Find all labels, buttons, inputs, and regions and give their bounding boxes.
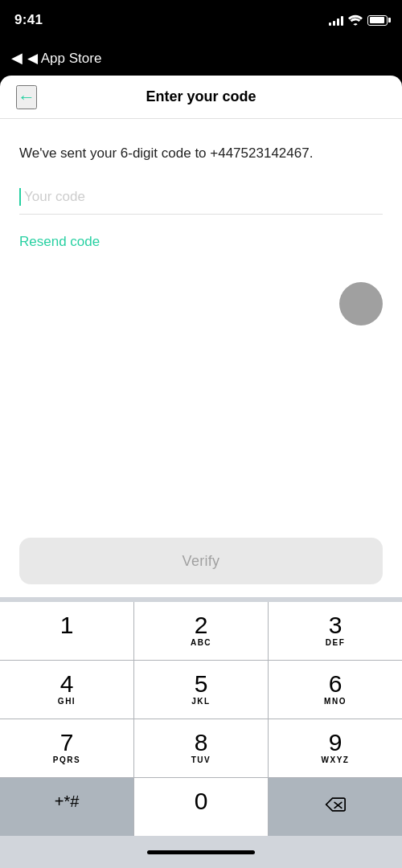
key-number: 9 xyxy=(329,731,343,755)
resend-code-link[interactable]: Resend code xyxy=(19,234,100,250)
key-delete[interactable] xyxy=(269,778,402,836)
description-text: We've sent your 6-digit code to +4475231… xyxy=(19,143,383,164)
key-number: +*# xyxy=(55,793,80,809)
biometric-button[interactable] xyxy=(339,282,383,326)
nav-header: ← Enter your code xyxy=(0,76,402,119)
key-number: 0 xyxy=(195,789,208,813)
key-number: 4 xyxy=(60,672,74,696)
key-number: 6 xyxy=(329,672,343,696)
home-indicator xyxy=(0,841,402,868)
key-letters: GHI xyxy=(58,697,76,707)
key-number: 1 xyxy=(60,613,74,637)
key-1[interactable]: 1 xyxy=(0,602,133,660)
key-0[interactable]: 0 xyxy=(134,778,268,836)
status-icons xyxy=(329,14,388,26)
key-letters: MNO xyxy=(324,697,347,707)
key-number: 3 xyxy=(329,613,343,637)
key-8[interactable]: 8 TUV xyxy=(134,719,268,777)
wifi-icon xyxy=(348,14,363,26)
app-store-bar: ◀ ◀ App Store xyxy=(0,40,402,76)
status-time: 9:41 xyxy=(14,12,43,28)
keypad-grid: 1 2 ABC 3 DEF 4 GHI 5 JKL 6 MNO xyxy=(0,602,402,836)
key-4[interactable]: 4 GHI xyxy=(0,661,133,719)
text-cursor xyxy=(19,188,21,206)
key-7[interactable]: 7 PQRS xyxy=(0,719,133,777)
key-number: 5 xyxy=(195,672,208,696)
key-letters: PQRS xyxy=(53,755,80,766)
code-input[interactable]: Your code xyxy=(24,189,383,205)
key-number: 7 xyxy=(60,731,74,755)
app-store-label[interactable]: ◀ App Store xyxy=(27,50,101,67)
verify-button[interactable]: Verify xyxy=(19,538,383,584)
numeric-keypad: 1 2 ABC 3 DEF 4 GHI 5 JKL 6 MNO xyxy=(0,597,402,841)
key-number: 8 xyxy=(195,731,208,755)
delete-icon xyxy=(325,796,346,817)
key-symbols[interactable]: +*# xyxy=(0,778,133,836)
status-bar: 9:41 xyxy=(0,0,402,40)
page-title: Enter your code xyxy=(146,88,256,105)
key-9[interactable]: 9 WXYZ xyxy=(269,719,402,777)
code-input-wrapper[interactable]: Your code xyxy=(19,188,383,215)
body-content: We've sent your 6-digit code to +4475231… xyxy=(0,119,402,538)
key-letters: ABC xyxy=(191,638,211,649)
key-letters: JKL xyxy=(191,697,210,707)
key-3[interactable]: 3 DEF xyxy=(269,602,402,660)
key-number: 2 xyxy=(195,613,208,637)
key-letters: WXYZ xyxy=(322,755,350,766)
key-6[interactable]: 6 MNO xyxy=(269,661,402,719)
key-5[interactable]: 5 JKL xyxy=(134,661,268,719)
main-content: ← Enter your code We've sent your 6-digi… xyxy=(0,76,402,868)
key-2[interactable]: 2 ABC xyxy=(134,602,268,660)
key-letters: DEF xyxy=(326,638,346,649)
app-store-back-chevron: ◀ xyxy=(11,49,23,67)
biometric-area xyxy=(19,274,383,334)
home-bar xyxy=(147,850,255,854)
battery-icon xyxy=(367,15,388,26)
back-button[interactable]: ← xyxy=(16,85,37,109)
key-letters: TUV xyxy=(191,755,211,766)
signal-icon xyxy=(329,14,343,26)
